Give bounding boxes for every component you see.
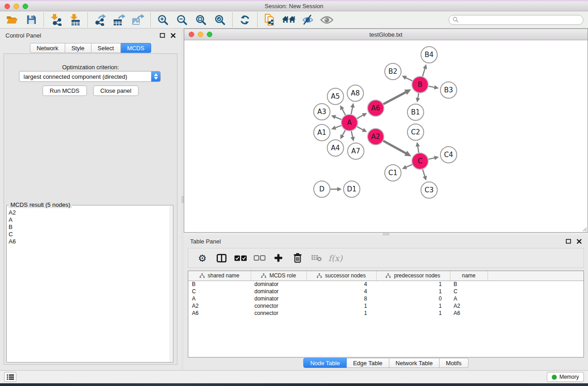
graph-edge[interactable]: [383, 92, 406, 104]
graph-node-A1[interactable]: A1: [314, 124, 330, 141]
zoom-fit-button[interactable]: [191, 12, 210, 28]
graph-node-A6[interactable]: A6: [368, 100, 384, 116]
column-header[interactable]: shared name: [188, 271, 251, 281]
table-cell[interactable]: [488, 302, 583, 310]
graph-edge[interactable]: [357, 114, 364, 118]
graph-node-A2[interactable]: A2: [368, 129, 384, 145]
table-cell[interactable]: 1: [376, 310, 450, 317]
open-file-button[interactable]: [3, 12, 22, 28]
table-cell[interactable]: 1: [376, 288, 450, 295]
delete-table-button[interactable]: [308, 250, 325, 266]
zoom-selected-button[interactable]: [210, 12, 229, 28]
deselect-all-button[interactable]: [251, 250, 268, 266]
column-header[interactable]: successor nodes: [306, 271, 376, 281]
mcds-result-item[interactable]: C: [9, 231, 169, 238]
graph-edge[interactable]: [423, 68, 425, 76]
tab-style[interactable]: Style: [65, 43, 91, 53]
graph-edge[interactable]: [342, 108, 345, 115]
table-cell[interactable]: dominator: [251, 288, 306, 295]
table-cell[interactable]: 1: [306, 302, 376, 310]
graph-node-A5[interactable]: A5: [327, 88, 344, 105]
delete-column-button[interactable]: [289, 250, 306, 266]
table-cell[interactable]: dominator: [251, 281, 306, 288]
graph-edge[interactable]: [423, 169, 425, 177]
mcds-result-item[interactable]: A6: [9, 238, 169, 245]
graph-node-B[interactable]: B: [412, 76, 428, 93]
graph-node-B2[interactable]: B2: [385, 63, 401, 80]
graph-node-B3[interactable]: B3: [440, 82, 457, 98]
export-network-button[interactable]: [91, 12, 110, 28]
graph-edge[interactable]: [429, 86, 435, 88]
graph-node-B1[interactable]: B1: [407, 104, 424, 120]
tab-network[interactable]: Network: [30, 43, 65, 53]
column-header[interactable]: MCDS role: [251, 271, 306, 281]
graph-edge[interactable]: [351, 106, 353, 114]
graph-node-D1[interactable]: D1: [344, 181, 360, 197]
import-network-button[interactable]: [47, 12, 66, 28]
table-row[interactable]: Adominator80A: [188, 295, 583, 302]
graph-node-C1[interactable]: C1: [385, 165, 401, 181]
table-cell[interactable]: A2: [450, 302, 488, 310]
table-cell[interactable]: A2: [188, 302, 251, 310]
table-cell[interactable]: [488, 281, 583, 288]
graph-edge[interactable]: [429, 158, 435, 159]
graph-node-C[interactable]: C: [412, 153, 428, 169]
table-cell[interactable]: [488, 310, 583, 317]
graph-node-C4[interactable]: C4: [440, 147, 457, 163]
table-row[interactable]: A6connector11A6: [188, 310, 583, 317]
table-cell[interactable]: [488, 295, 583, 302]
graph-edge[interactable]: [418, 146, 419, 153]
float-table-panel-button[interactable]: [566, 239, 571, 244]
graph-edge[interactable]: [342, 130, 345, 136]
table-cell[interactable]: 4: [306, 288, 376, 295]
show-columns-button[interactable]: [213, 250, 230, 266]
tab-motifs[interactable]: Motifs: [440, 358, 468, 368]
tab-select[interactable]: Select: [91, 43, 121, 53]
graph-edge[interactable]: [357, 127, 364, 130]
tab-edge-table[interactable]: Edge Table: [347, 358, 389, 368]
network-window-titlebar[interactable]: testGlobe.txt: [184, 29, 588, 40]
export-table-button[interactable]: [110, 12, 129, 28]
graph-edge[interactable]: [383, 141, 407, 153]
table-cell[interactable]: 1: [376, 281, 450, 288]
zoom-out-button[interactable]: [172, 12, 191, 28]
graph-edge[interactable]: [405, 77, 412, 81]
close-table-panel-button[interactable]: [577, 239, 582, 244]
table-cell[interactable]: dominator: [251, 295, 306, 302]
table-cell[interactable]: A: [450, 295, 488, 302]
export-image-button[interactable]: [129, 12, 148, 28]
table-settings-button[interactable]: ⚙: [194, 250, 211, 266]
close-panel-button[interactable]: [171, 33, 176, 38]
graph-node-A3[interactable]: A3: [314, 104, 330, 120]
column-header[interactable]: predecessor nodes: [376, 271, 450, 281]
duplicate-network-button[interactable]: [260, 12, 279, 28]
mcds-result-item[interactable]: A2: [9, 209, 169, 216]
tab-mcds[interactable]: MCDS: [121, 43, 151, 53]
table-cell[interactable]: B: [450, 281, 488, 288]
table-cell[interactable]: A6: [450, 310, 488, 317]
table-row[interactable]: A2connector11A2: [188, 302, 583, 310]
task-history-button[interactable]: [4, 372, 16, 382]
import-table-button[interactable]: [66, 12, 85, 28]
graph-node-C2[interactable]: C2: [407, 124, 424, 140]
mcds-result-item[interactable]: A: [9, 216, 169, 224]
refresh-button[interactable]: [235, 12, 254, 28]
graph-edge[interactable]: [351, 131, 353, 138]
memory-button[interactable]: Memory: [547, 372, 584, 382]
select-all-button[interactable]: [232, 250, 249, 266]
table-cell[interactable]: 8: [306, 295, 376, 302]
tab-network-table[interactable]: Network Table: [389, 358, 440, 368]
table-cell[interactable]: C: [450, 288, 488, 295]
graph-edge[interactable]: [406, 165, 412, 168]
mcds-result-item[interactable]: B: [9, 224, 169, 231]
sessions-button[interactable]: [279, 12, 298, 28]
resize-grip-icon[interactable]: [581, 226, 587, 232]
column-header[interactable]: [488, 271, 583, 281]
result-scrollbar[interactable]: [169, 206, 172, 362]
graph-node-A[interactable]: A: [341, 114, 358, 131]
graph-node-B4[interactable]: B4: [421, 47, 437, 63]
table-cell[interactable]: 4: [306, 281, 376, 288]
graph-node-A4[interactable]: A4: [327, 140, 344, 156]
table-cell[interactable]: A6: [188, 310, 251, 317]
add-column-button[interactable]: [270, 250, 287, 266]
